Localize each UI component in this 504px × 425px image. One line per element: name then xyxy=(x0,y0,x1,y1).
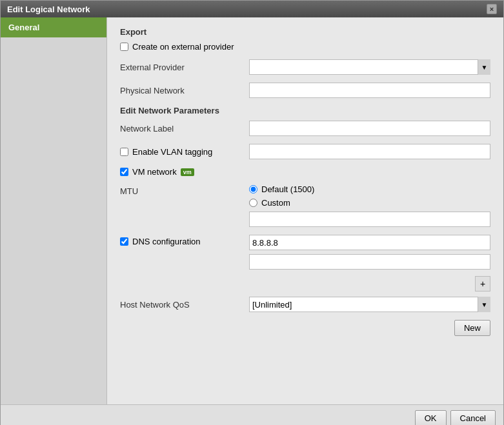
edit-network-params-label: Edit Network Parameters xyxy=(120,106,490,115)
sidebar: General xyxy=(1,17,107,404)
external-provider-select-wrapper: ▼ xyxy=(249,59,490,75)
sidebar-item-general[interactable]: General xyxy=(1,17,106,37)
cancel-button[interactable]: Cancel xyxy=(450,410,496,425)
plus-icon: + xyxy=(480,279,485,289)
add-btn-container: + xyxy=(249,273,490,292)
dns-label-area: DNS configuration xyxy=(120,235,249,246)
physical-network-row: Physical Network xyxy=(120,83,490,98)
ok-button[interactable]: OK xyxy=(415,410,447,425)
mtu-default-radio-row: Default (1500) xyxy=(249,184,490,194)
vm-network-badge: vm xyxy=(181,168,194,176)
network-label-label: Network Label xyxy=(120,124,249,133)
external-provider-select[interactable] xyxy=(249,59,490,75)
mtu-custom-label: Custom xyxy=(261,198,290,208)
vm-network-row: VM network vm xyxy=(120,167,490,177)
create-external-row: Create on external provider xyxy=(120,42,490,52)
export-section-label: Export xyxy=(120,27,490,37)
mtu-controls: Default (1500) Custom xyxy=(249,184,490,227)
cancel-label: Cancel xyxy=(460,413,486,423)
mtu-custom-radio-row: Custom xyxy=(249,198,490,208)
dns-input-1[interactable] xyxy=(249,235,490,250)
close-button[interactable]: × xyxy=(487,4,497,14)
mtu-custom-input[interactable] xyxy=(249,212,490,227)
dns-config-row: DNS configuration + xyxy=(120,235,490,292)
host-network-qos-select-wrapper: [Unlimited] ▼ xyxy=(249,297,490,312)
dns-config-checkbox[interactable] xyxy=(120,237,128,246)
physical-network-input[interactable] xyxy=(249,83,490,98)
mtu-label: MTU xyxy=(120,184,249,196)
edit-logical-network-dialog: Edit Logical Network × General Export Cr… xyxy=(0,0,504,425)
mtu-row: MTU Default (1500) Custom xyxy=(120,184,490,227)
scrollable-content: Export Create on external provider Exter… xyxy=(107,17,503,404)
create-external-checkbox[interactable] xyxy=(120,43,128,51)
host-network-qos-row: Host Network QoS [Unlimited] ▼ xyxy=(120,297,490,312)
host-network-qos-label: Host Network QoS xyxy=(120,300,249,310)
vlan-tagging-check-area: Enable VLAN tagging xyxy=(120,147,249,157)
mtu-default-radio[interactable] xyxy=(249,185,257,193)
add-dns-button[interactable]: + xyxy=(475,276,490,292)
physical-network-label: Physical Network xyxy=(120,86,249,95)
sidebar-item-label: General xyxy=(8,23,39,32)
dialog-titlebar: Edit Logical Network × xyxy=(1,1,503,17)
network-label-input[interactable] xyxy=(249,121,490,136)
dns-input-2[interactable] xyxy=(249,254,490,270)
dialog-body: General Export Create on external provid… xyxy=(1,17,503,404)
new-button[interactable]: New xyxy=(454,320,490,336)
vlan-tagging-label: Enable VLAN tagging xyxy=(132,147,212,157)
vlan-tagging-row: Enable VLAN tagging xyxy=(120,144,490,159)
mtu-custom-radio[interactable] xyxy=(249,199,257,207)
vm-network-label: VM network xyxy=(132,167,177,177)
dialog-title: Edit Logical Network xyxy=(7,5,90,14)
external-provider-row: External Provider ▼ xyxy=(120,59,490,75)
new-button-row: New xyxy=(120,320,490,336)
vm-network-checkbox[interactable] xyxy=(120,168,128,176)
new-button-label: New xyxy=(464,323,481,333)
external-provider-label: External Provider xyxy=(120,63,249,72)
create-external-label: Create on external provider xyxy=(132,42,234,52)
mtu-default-label: Default (1500) xyxy=(261,184,314,194)
network-label-row: Network Label xyxy=(120,121,490,136)
vlan-tagging-input[interactable] xyxy=(249,144,490,159)
dialog-footer: OK Cancel xyxy=(1,404,503,425)
dns-controls: + xyxy=(249,235,490,292)
ok-label: OK xyxy=(425,413,437,423)
content-area: Export Create on external provider Exter… xyxy=(107,17,503,404)
close-icon: × xyxy=(490,5,494,13)
host-network-qos-select[interactable]: [Unlimited] xyxy=(249,297,490,312)
vlan-tagging-checkbox[interactable] xyxy=(120,148,128,156)
dns-config-label: DNS configuration xyxy=(132,237,201,246)
